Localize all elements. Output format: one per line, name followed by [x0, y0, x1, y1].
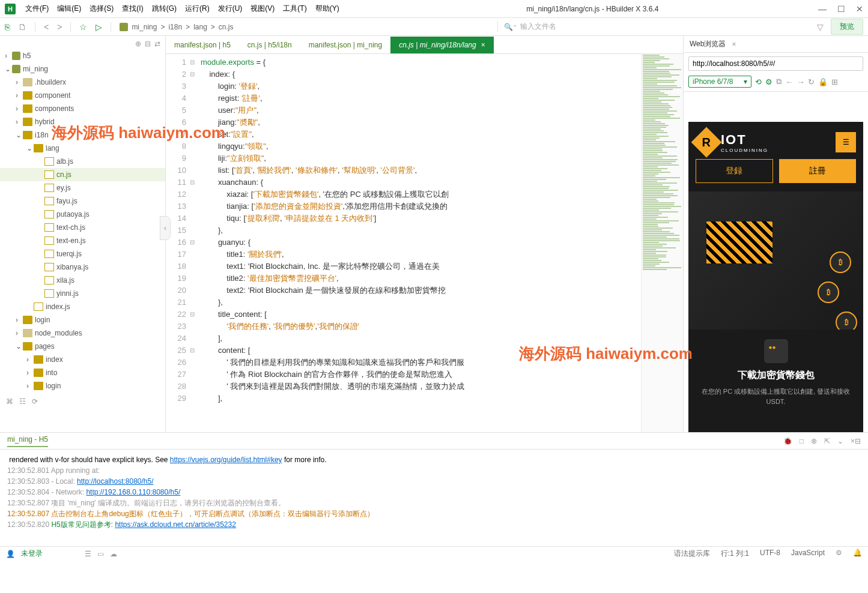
tree-project-h5[interactable]: ›h5 — [0, 49, 165, 62]
console-output[interactable]: rendered with v-for should have explicit… — [0, 450, 868, 546]
editor-tab[interactable]: cn.js | h5/i18n — [239, 37, 300, 53]
list-icon[interactable]: ☰ — [85, 550, 91, 558]
bc-item[interactable]: lang — [193, 23, 207, 31]
menu-publish[interactable]: 发行(U) — [214, 2, 246, 16]
forward-icon[interactable]: > — [57, 22, 62, 32]
expand-icon[interactable]: ⌄ — [837, 437, 843, 445]
filter-icon[interactable]: ▽ — [817, 22, 824, 32]
export-icon[interactable]: ⇱ — [824, 437, 830, 445]
nav-fwd-icon[interactable]: → — [797, 77, 804, 86]
lock-icon[interactable]: 🔒 — [818, 77, 828, 86]
structure-icon[interactable]: ☷ — [19, 397, 26, 406]
tree-file[interactable]: text-en.js — [0, 234, 165, 247]
minimize-button[interactable]: — — [818, 4, 827, 14]
run-icon[interactable]: ▷ — [96, 22, 102, 32]
menu-edit[interactable]: 编辑(E) — [53, 2, 85, 16]
close-console-icon[interactable]: ×⊟ — [851, 437, 861, 445]
hamburger-icon[interactable]: ☰ — [836, 132, 856, 152]
user-icon[interactable]: 👤 — [6, 550, 15, 558]
menu-run[interactable]: 运行(R) — [181, 2, 213, 16]
tree-file[interactable]: cn.js — [0, 168, 165, 181]
external-icon[interactable]: ⧉ — [776, 77, 782, 86]
tree-file[interactable]: ey.js — [0, 181, 165, 194]
tree-folder[interactable]: ›components — [0, 102, 165, 115]
tree-folder[interactable]: ›login — [0, 313, 165, 327]
stop-icon[interactable]: □ — [800, 437, 804, 445]
tree-file[interactable]: index.js — [0, 300, 165, 313]
syntax-hint[interactable]: 语法提示库 — [674, 549, 710, 559]
register-button[interactable]: 註冊 — [779, 159, 857, 183]
reload-icon[interactable]: ↻ — [808, 77, 815, 86]
close-tab-icon[interactable]: × — [481, 37, 485, 53]
file-explorer: ⊕⊟⇄ ›h5 ⌄mi_ning ›.hbuilderx ›component … — [0, 36, 166, 432]
nav-back-icon[interactable]: ← — [785, 77, 793, 86]
encoding[interactable]: UTF-8 — [760, 549, 780, 559]
refresh-icon[interactable]: ⟳ — [32, 397, 38, 406]
minimap[interactable] — [641, 54, 683, 432]
language-mode[interactable]: JavaScript — [791, 549, 825, 559]
pin-icon[interactable]: ⊞ — [831, 77, 838, 86]
rotate-icon[interactable]: ⟲ — [755, 77, 762, 86]
settings-icon[interactable]: ⚙ — [765, 77, 772, 86]
tree-folder[interactable]: ›index — [0, 353, 165, 366]
star-icon[interactable]: ☆ — [79, 22, 87, 32]
add-icon[interactable]: ⊕ — [135, 40, 141, 48]
editor-tab[interactable]: manifest.json | mi_ning — [300, 37, 391, 53]
menu-view[interactable]: 视图(V) — [247, 2, 278, 16]
tree-file[interactable]: xila.js — [0, 274, 165, 287]
bell-icon[interactable]: 🔔 — [853, 549, 862, 559]
close-icon[interactable]: × — [732, 40, 736, 49]
tree-folder-lang[interactable]: ⌄lang — [0, 142, 165, 155]
menu-help[interactable]: 帮助(Y) — [312, 2, 343, 16]
tree-folder[interactable]: ›node_modules — [0, 327, 165, 340]
tree-file[interactable]: tuerqi.js — [0, 247, 165, 260]
fold-column[interactable]: ⊟⊟⊟⊟⊟⊟ — [190, 54, 198, 432]
tree-file[interactable]: xibanya.js — [0, 260, 165, 274]
close-button[interactable]: ✕ — [856, 4, 863, 14]
tree-folder[interactable]: ›into — [0, 366, 165, 379]
terminal-icon[interactable]: ⌘ — [6, 397, 13, 406]
menu-find[interactable]: 查找(I) — [118, 2, 147, 16]
device-selector[interactable]: iPhone 6/7/8▾ — [688, 76, 751, 88]
bc-item[interactable]: cn.js — [219, 23, 234, 31]
tree-project-mining[interactable]: ⌄mi_ning — [0, 62, 165, 76]
tree-folder[interactable]: ›login — [0, 379, 165, 393]
new-file-icon[interactable]: ⎘ — [5, 22, 10, 32]
gear-icon[interactable]: ⚙ — [836, 549, 842, 559]
terminal-icon[interactable]: ▭ — [97, 550, 104, 558]
menu-file[interactable]: 文件(F) — [22, 2, 52, 16]
editor-tab-active[interactable]: cn.js | mi_ning/i18n/lang× — [390, 37, 494, 53]
tree-folder[interactable]: ›.hbuilderx — [0, 76, 165, 89]
tree-file[interactable]: text-ch.js — [0, 221, 165, 234]
cloud-icon[interactable]: ☁ — [110, 550, 117, 558]
tree-folder-i18n[interactable]: ⌄i18n — [0, 128, 165, 142]
save-icon[interactable]: 🗋 — [18, 22, 26, 32]
back-icon[interactable]: < — [44, 22, 49, 32]
clear-icon[interactable]: ⊗ — [811, 437, 817, 445]
browser-tab-label[interactable]: Web浏览器 — [690, 39, 726, 49]
menu-tools[interactable]: 工具(T) — [279, 2, 310, 16]
tree-file[interactable]: alb.js — [0, 155, 165, 168]
tree-file[interactable]: yinni.js — [0, 287, 165, 300]
collapse-icon[interactable]: ⊟ — [145, 40, 151, 48]
file-search[interactable]: 🔍⁺ 输入文件名 — [497, 22, 810, 32]
login-status[interactable]: 未登录 — [21, 549, 43, 559]
debug-icon[interactable]: 🐞 — [783, 437, 792, 445]
url-input[interactable] — [688, 56, 863, 71]
tree-folder[interactable]: ›component — [0, 89, 165, 102]
tree-folder-pages[interactable]: ⌄pages — [0, 340, 165, 353]
tree-file[interactable]: putaoya.js — [0, 208, 165, 221]
menu-goto[interactable]: 跳转(G) — [148, 2, 180, 16]
bc-item[interactable]: mi_ning — [132, 23, 157, 31]
code-content[interactable]: module.exports = { index: { login: '登録',… — [198, 54, 641, 432]
tree-folder[interactable]: ›hybrid — [0, 115, 165, 128]
sync-icon[interactable]: ⇄ — [154, 40, 160, 48]
console-tab[interactable]: mi_ning - H5 — [7, 435, 48, 447]
bc-item[interactable]: i18n — [168, 23, 182, 31]
menu-select[interactable]: 选择(S) — [86, 2, 117, 16]
tree-file[interactable]: fayu.js — [0, 194, 165, 208]
maximize-button[interactable]: ☐ — [837, 4, 845, 14]
editor-tab[interactable]: manifest.json | h5 — [166, 37, 239, 53]
login-button[interactable]: 登録 — [696, 159, 773, 183]
preview-button[interactable]: 预览 — [831, 19, 863, 35]
